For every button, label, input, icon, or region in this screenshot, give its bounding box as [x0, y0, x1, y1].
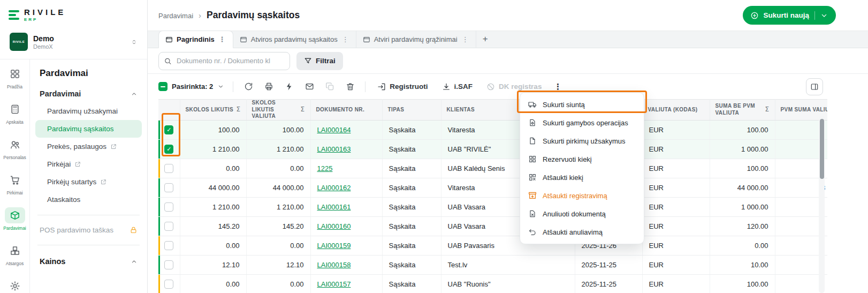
- cell-tipas: Sąskaita: [382, 159, 441, 178]
- column-header-tipas[interactable]: TIPAS: [382, 100, 441, 121]
- document-link[interactable]: LAI000158: [317, 261, 351, 269]
- table-row[interactable]: 100.00100.00LAI000164SąskaitaVitarestaEU…: [158, 120, 827, 139]
- rail-item-personalas[interactable]: Personalas: [1, 137, 29, 160]
- table-row[interactable]: 1 210.001 210.00LAI000161SąskaitaUAB Vas…: [158, 197, 827, 216]
- breadcrumb-parent[interactable]: Pardavimai: [158, 12, 193, 20]
- document-link[interactable]: LAI000160: [317, 222, 351, 230]
- row-checkbox[interactable]: [164, 164, 173, 173]
- document-link[interactable]: LAI000164: [317, 126, 351, 134]
- isaf-button[interactable]: i.SAF: [437, 78, 478, 95]
- sum-icon[interactable]: [301, 106, 305, 114]
- column-header-skolos-likutis[interactable]: SKOLOS LIKUTIS: [180, 100, 246, 121]
- column-header-skolos-likutis-valiuta[interactable]: SKOLOS LIKUTIS VALIUTA: [246, 100, 310, 121]
- tab-menu-dots-icon[interactable]: [461, 35, 469, 43]
- delete-button[interactable]: [341, 78, 359, 95]
- column-header-checkbox[interactable]: [158, 100, 180, 121]
- table-row[interactable]: 12.1012.10LAI000158SąskaitaTest.lv2025-1…: [158, 255, 827, 274]
- sidebar-item-pos[interactable]: POS pardavimo taškas: [35, 222, 142, 238]
- search-input[interactable]: [158, 52, 290, 70]
- sidebar-item-pirk-jai[interactable]: Pirkėjai: [35, 155, 142, 173]
- document-link[interactable]: LAI000161: [317, 203, 351, 211]
- row-checkbox[interactable]: [164, 280, 173, 289]
- quick-action-button[interactable]: [280, 78, 298, 95]
- context-menu-item-sukurti-pirkim-u-sakymus[interactable]: Sukurti pirkimų užsakymus: [520, 132, 644, 150]
- document-link[interactable]: 1225: [317, 164, 333, 172]
- row-checkbox[interactable]: [164, 202, 173, 212]
- column-header-suma-be-pvm-valiuta[interactable]: SUMA BE PVM VALIUTA: [710, 100, 775, 121]
- filters-label: Filtrai: [316, 57, 336, 65]
- row-checkbox[interactable]: [164, 260, 173, 269]
- tab-menu-dots-icon[interactable]: [341, 35, 349, 43]
- company-switch-icon[interactable]: [131, 39, 138, 46]
- row-checkbox[interactable]: [164, 222, 173, 231]
- table-row[interactable]: 0.000.00LAI000157SąskaitaUAB "Ruonis"202…: [158, 274, 827, 293]
- tab-atviri-pardavim-gr-inimai[interactable]: Atviri pardavimų grąžinimai: [356, 31, 476, 48]
- create-new-dropdown-icon[interactable]: [814, 11, 828, 20]
- table-row[interactable]: 145.20145.20LAI000160SąskaitaUAB VasaraE…: [158, 216, 827, 236]
- rail-item-atsargos[interactable]: Atsargos: [1, 243, 29, 266]
- column-settings-button[interactable]: [806, 78, 823, 95]
- context-menu-item-anuliuoti-dokument[interactable]: Anuliuoti dokumentą: [520, 205, 644, 223]
- rail-item-pirkimai[interactable]: Pirkimai: [1, 172, 29, 196]
- context-menu-item-rezervuoti-kiek[interactable]: Rezervuoti kiekį: [520, 150, 644, 168]
- sidebar-item-pirk-j-sutartys[interactable]: Pirkėjų sutartys: [35, 173, 142, 191]
- refresh-button[interactable]: [240, 78, 257, 95]
- sidebar-item-pardavim-s-skaitos[interactable]: Pardavimų sąskaitos: [35, 120, 142, 138]
- scrollbar-thumb[interactable]: [820, 119, 824, 179]
- select-all-checkbox[interactable]: [158, 82, 167, 91]
- rail-item-pardavimai[interactable]: Pardavimai: [1, 207, 29, 231]
- sum-icon[interactable]: [237, 106, 241, 114]
- brand-logo[interactable]: RIVILE ERP: [6, 4, 141, 26]
- tab-atviros-pardavim-s-skaitos[interactable]: Atviros pardavimų sąskaitos: [233, 31, 356, 48]
- document-link[interactable]: LAI000159: [317, 242, 351, 250]
- sidebar-item-prek-s-paslaugos[interactable]: Prekės, paslaugos: [35, 138, 142, 155]
- cell-tipas: Sąskaita: [382, 197, 441, 216]
- send-email-button[interactable]: [301, 78, 318, 95]
- table-row[interactable]: 1 210.001 210.00LAI000163SąskaitaUAB "RI…: [158, 139, 827, 159]
- row-checkbox[interactable]: [164, 145, 173, 154]
- row-status-strip: [158, 275, 160, 293]
- cell-tipas: Sąskaita: [382, 274, 441, 293]
- context-menu-item-sukurti-gamybos-operacijas[interactable]: Sukurti gamybos operacijas: [520, 114, 644, 132]
- document-link[interactable]: LAI000163: [317, 145, 351, 153]
- rail-item-apskaita[interactable]: Apskaita: [1, 101, 29, 125]
- sidebar-item-pardavim-u-sakymai[interactable]: Pardavimų užsakymai: [35, 102, 142, 120]
- filters-button[interactable]: Filtrai: [296, 52, 343, 70]
- row-checkbox[interactable]: [164, 125, 173, 134]
- print-button[interactable]: [260, 78, 277, 95]
- rail-item-gear[interactable]: [1, 278, 29, 293]
- sidebar-item-label: Pirkėjų sutartys: [47, 178, 96, 186]
- context-menu-item-at-aukti-registravim[interactable]: Atšaukti registravimą: [520, 186, 644, 205]
- sidebar-section-pardavimai[interactable]: Pardavimai: [35, 85, 142, 102]
- table-row[interactable]: 44 000.0044 000.00LAI000162SąskaitaVitar…: [158, 178, 827, 197]
- cell-suma_be_pvm: 100.00: [710, 159, 775, 178]
- rail-item-prad-ia[interactable]: Pradžia: [1, 66, 29, 89]
- chevron-down-icon[interactable]: [217, 83, 224, 90]
- tab-menu-dots-icon[interactable]: [218, 35, 226, 43]
- rail-item-icon: [5, 278, 25, 293]
- sidebar-item-ataskaitos[interactable]: Ataskaitos: [35, 191, 142, 208]
- column-header-dokumento-nr[interactable]: DOKUMENTO NR.: [310, 100, 382, 121]
- table-row[interactable]: 0.000.001225SąskaitaUAB Kalėdų SenisEUR1…: [158, 159, 827, 178]
- selection-control[interactable]: Pasirinkta: 2: [158, 82, 226, 91]
- company-selector[interactable]: RIVILE Demo DemoX: [6, 28, 141, 56]
- selected-count-label: Pasirinkta: 2: [172, 82, 213, 91]
- register-button[interactable]: Registruoti: [372, 78, 433, 95]
- copy-button[interactable]: [321, 78, 338, 95]
- vertical-scrollbar[interactable]: [819, 116, 825, 293]
- sidebar-section-kainos[interactable]: Kainos: [35, 253, 142, 270]
- tab-pagrindinis[interactable]: Pagrindinis: [158, 31, 233, 48]
- row-checkbox[interactable]: [164, 241, 173, 250]
- sum-icon[interactable]: [765, 106, 770, 114]
- table-row[interactable]: 0.000.00LAI000159SąskaitaUAB Pavasaris20…: [158, 236, 827, 255]
- column-header-valiuta-kodas[interactable]: VALIUTA (KODAS): [642, 100, 710, 121]
- row-checkbox[interactable]: [164, 183, 173, 192]
- context-menu-item-at-aukti-anuliavim[interactable]: Atšaukti anuliavimą: [520, 223, 644, 241]
- add-tab-button[interactable]: [476, 30, 494, 48]
- document-link[interactable]: LAI000157: [317, 280, 351, 288]
- context-menu-item-at-aukti-kiek[interactable]: Atšaukti kiekį: [520, 168, 644, 186]
- create-new-button[interactable]: Sukurti naują: [743, 6, 836, 25]
- search-icon: [164, 57, 172, 65]
- context-menu-item-sukurti-siunt[interactable]: Sukurti siuntą: [520, 95, 644, 114]
- document-link[interactable]: LAI000162: [317, 184, 351, 192]
